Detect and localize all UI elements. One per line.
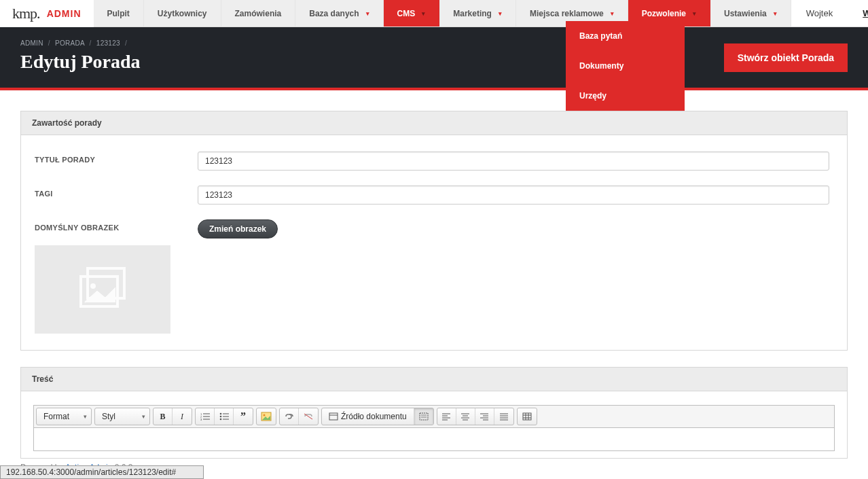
select-label: Format	[43, 412, 69, 421]
chevron-down-icon: ▾	[611, 10, 614, 17]
chevron-down-icon: ▾	[142, 413, 145, 420]
editor-toolbar: Format▾ Styl▾ B I 123 ”	[33, 405, 835, 428]
panel-header: Zawartość porady	[21, 111, 847, 135]
nav-label: Pulpit	[107, 9, 130, 18]
nav-pozwolenie-dropdown: Baza pytań Dokumenty Urzędy	[566, 21, 685, 111]
svg-point-2	[90, 283, 96, 289]
breadcrumb-separator: /	[90, 39, 92, 47]
select-label: Styl	[102, 412, 115, 421]
user-block: Wojtek Wyloguj	[791, 0, 868, 26]
style-select[interactable]: Styl▾	[95, 408, 149, 425]
label-tags: TAGI	[35, 185, 198, 198]
nav-label: Baza danych	[309, 9, 359, 18]
chevron-down-icon: ▾	[693, 10, 696, 17]
logo[interactable]: kmp. ADMIN	[0, 0, 94, 27]
panel-tresc: Treść Format▾ Styl▾ B I 123	[20, 367, 848, 459]
nav-cms[interactable]: CMS▾	[384, 0, 440, 26]
numbered-list-button[interactable]: 123	[196, 408, 215, 425]
nav-zamowienia[interactable]: Zamówienia	[221, 0, 296, 26]
source-label: Źródło dokumentu	[341, 412, 407, 421]
nav-marketing[interactable]: Marketing▾	[439, 0, 516, 26]
toolbar-group-lists: 123 ”	[195, 408, 253, 425]
current-user: Wojtek	[791, 0, 848, 26]
toolbar-group-style: Styl▾	[94, 408, 150, 425]
align-center-button[interactable]	[456, 408, 475, 425]
chevron-down-icon: ▾	[422, 10, 425, 17]
svg-point-13	[219, 419, 221, 421]
top-nav-bar: kmp. ADMIN Pulpit Użytkownicy Zamówienia…	[0, 0, 868, 27]
nav-label: Marketing	[453, 9, 492, 18]
panel-zawartosc: Zawartość porady TYTUŁ PORADY TAGI DOMYŚ…	[20, 111, 848, 351]
row-title: TYTUŁ PORADY	[35, 152, 833, 171]
toolbar-group-format: Format▾	[36, 408, 92, 425]
nav-baza-danych[interactable]: Baza danych▾	[295, 0, 383, 26]
browser-status-bar: 192.168.50.4:3000/admin/articles/123123/…	[0, 465, 204, 479]
link-button[interactable]	[280, 408, 299, 425]
nav-pulpit[interactable]: Pulpit	[94, 0, 144, 26]
nav-label: Pozwolenie	[642, 9, 686, 18]
create-porada-button[interactable]: Stwórz obiekt Porada	[724, 43, 848, 72]
chevron-down-icon: ▾	[499, 10, 502, 17]
label-title: TYTUŁ PORADY	[35, 152, 198, 164]
align-right-button[interactable]	[475, 408, 494, 425]
row-image: DOMYŚLNY OBRAZEK Zmień obrazek	[35, 219, 833, 238]
svg-text:3: 3	[200, 418, 202, 421]
brand-logo: kmp.	[12, 5, 40, 22]
breadcrumb-separator: /	[125, 39, 127, 47]
svg-point-9	[219, 413, 221, 415]
show-blocks-button[interactable]	[414, 408, 433, 425]
nav-label: Ustawienia	[724, 9, 767, 18]
align-justify-button[interactable]	[494, 408, 513, 425]
logout-link[interactable]: Wyloguj	[848, 0, 868, 26]
toolbar-group-link	[279, 408, 319, 425]
svg-rect-39	[523, 413, 531, 420]
table-button[interactable]	[518, 408, 537, 425]
image-placeholder	[35, 245, 170, 334]
nav-label: Zamówienia	[235, 9, 282, 18]
chevron-down-icon: ▾	[84, 413, 87, 420]
nav-label: Użytkownicy	[158, 9, 207, 18]
toolbar-group-image	[256, 408, 276, 425]
align-left-button[interactable]	[437, 408, 456, 425]
bulleted-list-button[interactable]	[215, 408, 234, 425]
tags-input[interactable]	[198, 185, 829, 205]
nav-label: Miejsca reklamowe	[530, 9, 604, 18]
toolbar-group-source: Źródło dokumentu	[321, 408, 434, 425]
svg-rect-20	[420, 413, 428, 420]
admin-label: ADMIN	[47, 8, 82, 19]
breadcrumb-porada[interactable]: PORADA	[55, 39, 84, 47]
image-button[interactable]	[257, 408, 276, 425]
chevron-down-icon: ▾	[366, 10, 369, 17]
title-input[interactable]	[198, 152, 829, 171]
page-header: ADMIN / PORADA / 123123 / Edytuj Porada …	[0, 27, 868, 90]
breadcrumb-separator: /	[48, 39, 50, 47]
editor-content-area[interactable]	[33, 428, 835, 451]
content-area: Zawartość porady TYTUŁ PORADY TAGI DOMYŚ…	[0, 90, 868, 479]
panel-header: Treść	[21, 368, 847, 391]
svg-point-11	[219, 416, 221, 418]
toolbar-group-text: B I	[153, 408, 192, 425]
dropdown-dokumenty[interactable]: Dokumenty	[566, 51, 685, 81]
main-nav: Pulpit Użytkownicy Zamówienia Baza danyc…	[94, 0, 791, 26]
unlink-button[interactable]	[299, 408, 318, 425]
change-image-button[interactable]: Zmień obrazek	[198, 219, 278, 238]
bold-button[interactable]: B	[153, 408, 173, 425]
breadcrumb-admin[interactable]: ADMIN	[20, 39, 43, 47]
toolbar-group-align	[437, 408, 514, 425]
nav-ustawienia[interactable]: Ustawienia▾	[710, 0, 791, 26]
row-tags: TAGI	[35, 185, 833, 205]
nav-label: CMS	[397, 9, 416, 18]
chevron-down-icon: ▾	[774, 10, 777, 17]
svg-rect-18	[329, 413, 338, 420]
svg-point-16	[264, 414, 266, 416]
format-select[interactable]: Format▾	[37, 408, 91, 425]
panel-body: Format▾ Styl▾ B I 123 ”	[21, 391, 847, 458]
breadcrumb-id[interactable]: 123123	[96, 39, 120, 47]
dropdown-baza-pytan[interactable]: Baza pytań	[566, 21, 685, 51]
label-image: DOMYŚLNY OBRAZEK	[35, 219, 198, 232]
source-button[interactable]: Źródło dokumentu	[322, 408, 414, 425]
italic-button[interactable]: I	[173, 408, 192, 425]
blockquote-button[interactable]: ”	[234, 408, 253, 425]
nav-uzytkownicy[interactable]: Użytkownicy	[144, 0, 221, 26]
dropdown-urzedy[interactable]: Urzędy	[566, 81, 685, 111]
